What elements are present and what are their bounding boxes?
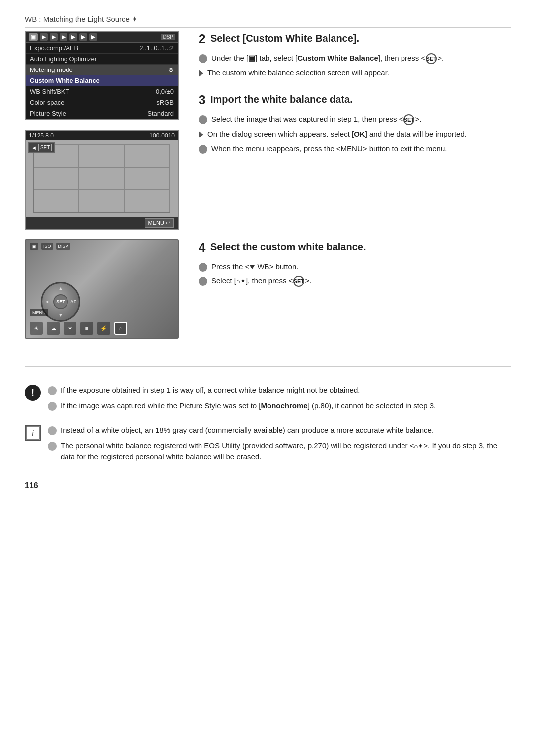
caution-bullet-1-text: If the exposure obtained in step 1 is wa… (61, 385, 511, 396)
viewfinder-body: ◄ SET (26, 140, 178, 217)
viewfinder-frame: 100-0010 (149, 132, 175, 139)
bullet-dot-c2 (48, 402, 57, 411)
grid-cell-4 (34, 167, 79, 190)
menu-row-color-space: Color spacesRGB (26, 97, 178, 108)
step4-camera-photo: ▣ ISO DISP ▲ ◄ AF ▼ SET (25, 239, 179, 339)
step2-bullet-1: Under the [▣] tab, select [Custom White … (199, 53, 511, 64)
divider (25, 366, 511, 367)
menu-row-custom-wb: Custom White Balance (26, 75, 178, 86)
tab-icon-2: ▶ (40, 33, 48, 41)
bullet-dot-5-icon (199, 277, 207, 286)
steps-2-3-text: 2 Select [Custom White Balance]. Under t… (199, 31, 511, 230)
step2-bullet-2: The custom white balance selection scree… (199, 68, 511, 79)
cam-top-icons: ▣ ISO DISP (30, 243, 70, 250)
step3-number: 3 (199, 92, 205, 109)
page-content: WB : Matching the Light Source ✦ ▣ ▶ ▶ ▶… (25, 15, 511, 490)
bullet-dot-i2 (48, 442, 57, 451)
wb-icon-2: ☁ (47, 322, 60, 335)
tab-active-icon: ▣ (29, 33, 38, 41)
tab-icon-7: ▶ (89, 33, 97, 41)
menu-row-picture-style: Picture StyleStandard (26, 108, 178, 119)
dial-top-label: ▲ (59, 286, 63, 291)
header-title: WB : Matching the Light Source ✦ (25, 15, 138, 23)
step3-title: 3 Import the white balance data. (199, 92, 511, 109)
tab-icon-5: ▶ (69, 33, 77, 41)
viewfinder-topbar: 1/125 8.0 100-0010 (26, 131, 178, 140)
camera-overlay: ▣ ISO DISP ▲ ◄ AF ▼ SET (26, 240, 178, 338)
viewfinder-bottom: MENU ↩ (26, 217, 178, 229)
wb-icon-4: ≡ (80, 322, 93, 335)
grid-cell-8 (79, 190, 124, 212)
viewfinder-grid (33, 144, 170, 213)
page-header: WB : Matching the Light Source ✦ (25, 15, 511, 28)
wb-icon-1: ☀ (30, 322, 43, 335)
step3-bullets: Select the image that was captured in st… (199, 114, 511, 154)
cam-menu-label: MENU (30, 309, 48, 316)
step4-bullet-2: Select [⌂✦], then press <SET>. (199, 275, 511, 287)
bullet-dot-i1 (48, 426, 57, 435)
bullet-arrow-2-icon (199, 131, 203, 138)
step3-viewfinder: 1/125 8.0 100-0010 ◄ SET (25, 130, 179, 230)
cam-icon-label-1: ▣ (30, 243, 38, 250)
cam-bottom-icons: ☀ ☁ ✶ ≡ ⚡ ⌂ (26, 319, 178, 338)
step2-camera-menu: ▣ ▶ ▶ ▶ ▶ ▶ ▶ DSP Expo.comp./AEB⁻2..1..0… (25, 31, 179, 120)
step2-title: 2 Select [Custom White Balance]. (199, 31, 511, 48)
cam-top: ▣ ISO DISP (26, 240, 178, 252)
info-bullet-1: Instead of a white object, an 18% gray c… (48, 425, 511, 436)
svg-text:i: i (31, 428, 34, 438)
page-number: 116 (25, 481, 511, 490)
step4-image: ▣ ISO DISP ▲ ◄ AF ▼ SET (25, 239, 184, 339)
bullet-dot-4-icon (199, 263, 207, 272)
step2-block: 2 Select [Custom White Balance]. Under t… (199, 31, 511, 82)
step4-bullet-2-text: Select [⌂✦], then press <SET>. (211, 275, 511, 287)
step4-bullet-1: Press the < WB> button. (199, 261, 511, 273)
viewfinder-shutter: 1/125 8.0 (29, 132, 54, 139)
step4-title: 4 Select the custom white balance. (199, 239, 511, 256)
cam-dial-inner: SET (53, 294, 68, 309)
bullet-dot-icon (199, 54, 207, 63)
set-badge: ◄ SET (28, 142, 55, 153)
menu-row-wb-shift: WB Shift/BKT0,0/±0 (26, 86, 178, 97)
menu-row-expo: Expo.comp./AEB⁻2..1..0..1..:2 (26, 43, 178, 54)
caution-note: ! If the exposure obtained in step 1 is … (25, 385, 511, 415)
caution-bullet-1: If the exposure obtained in step 1 is wa… (48, 385, 511, 396)
step3-bullet-3-text: When the menu reappears, press the <MENU… (211, 143, 511, 155)
cam-iso-label: ISO (41, 243, 53, 250)
caution-bullets: If the exposure obtained in step 1 is wa… (48, 385, 511, 415)
info-note: i Instead of a white object, an 18% gray… (25, 425, 511, 467)
menu-row-metering: Metering mode⊛ (26, 65, 178, 75)
dial-bottom-label: ▼ (59, 313, 63, 318)
caution-bullet-2-text: If the image was captured while the Pict… (61, 400, 511, 412)
caution-bullet-2: If the image was captured while the Pict… (48, 400, 511, 412)
menu-topbar: ▣ ▶ ▶ ▶ ▶ ▶ ▶ DSP (26, 32, 178, 43)
step2-number: 2 (199, 31, 205, 48)
step2-bullets: Under the [▣] tab, select [Custom White … (199, 53, 511, 79)
bullet-dot-3-icon (199, 145, 207, 154)
dial-right-label: AF (70, 299, 76, 304)
cam-disp-label: DISP (56, 243, 70, 250)
grid-cell-6 (125, 167, 170, 190)
grid-cell-3 (125, 144, 170, 167)
grid-cell-9 (125, 190, 170, 212)
menu-row-auto: Auto Lighting Optimizer (26, 54, 178, 65)
step3-bullet-2: On the dialog screen which appears, sele… (199, 129, 511, 140)
step2-bullet-1-text: Under the [▣] tab, select [Custom White … (211, 53, 511, 64)
info-bullets: Instead of a white object, an 18% gray c… (48, 425, 511, 467)
cam-body: ▲ ◄ AF ▼ SET MENU (26, 252, 178, 319)
step4-bullets: Press the < WB> button. Select [⌂✦], the… (199, 261, 511, 287)
step3-bullet-3: When the menu reappears, press the <MENU… (199, 143, 511, 155)
info-bullet-2-text: The personal white balance registered wi… (61, 440, 511, 463)
grid-cell-7 (34, 190, 79, 212)
arrow-left-icon: ◄ (31, 145, 37, 151)
wb-icon-5: ⚡ (97, 322, 110, 335)
dial-left-label: ◄ (45, 299, 49, 304)
tab-icon-6: ▶ (79, 33, 87, 41)
dsp-badge: DSP (161, 34, 175, 40)
step4-row: ▣ ISO DISP ▲ ◄ AF ▼ SET (25, 239, 511, 339)
caution-icon: ! (25, 385, 41, 401)
wb-icon-3: ✶ (64, 322, 76, 335)
tab-icon-3: ▶ (50, 33, 58, 41)
info-icon: i (25, 425, 41, 441)
grid-cell-2 (79, 144, 124, 167)
bullet-arrow-icon (199, 70, 203, 77)
